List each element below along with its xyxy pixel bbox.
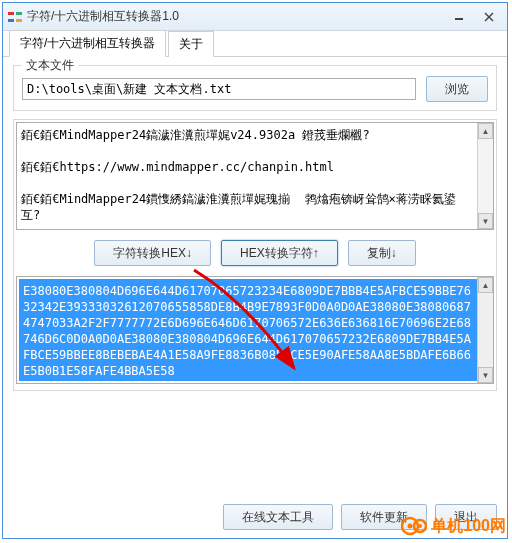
- char-to-hex-button[interactable]: 字符转换HEX↓: [94, 240, 211, 266]
- svg-rect-2: [8, 19, 14, 22]
- char-textarea-content: 銆€銆€MindMapper24鎬濊淮瀵煎墠娓v24.9302a 鐙茙垂爛欟? …: [17, 123, 493, 227]
- close-button[interactable]: [475, 8, 503, 26]
- tab-converter[interactable]: 字符/十六进制相互转换器: [9, 30, 166, 57]
- char-scrollbar[interactable]: ▲ ▼: [477, 123, 493, 229]
- file-legend: 文本文件: [22, 57, 78, 74]
- content-area: 文本文件 浏览 銆€銆€MindMapper24鎬濊淮瀵煎墠娓v24.9302a…: [3, 57, 507, 407]
- scroll-down-icon[interactable]: ▼: [478, 367, 493, 383]
- copy-button[interactable]: 复制↓: [348, 240, 416, 266]
- scroll-down-icon[interactable]: ▼: [478, 213, 493, 229]
- tab-about[interactable]: 关于: [168, 31, 214, 57]
- file-path-input[interactable]: [22, 78, 416, 100]
- hex-scrollbar[interactable]: ▲ ▼: [477, 277, 493, 383]
- svg-rect-1: [16, 12, 22, 15]
- online-tools-button[interactable]: 在线文本工具: [223, 504, 333, 530]
- app-window: 字符/十六进制相互转换器1.0 字符/十六进制相互转换器 关于 文本文件 浏览 …: [2, 2, 508, 539]
- app-icon: [7, 9, 23, 25]
- scroll-track[interactable]: [478, 139, 493, 213]
- titlebar: 字符/十六进制相互转换器1.0: [3, 3, 507, 31]
- watermark-logo-icon: [401, 513, 427, 539]
- char-textarea[interactable]: 銆€銆€MindMapper24鎬濊淮瀵煎墠娓v24.9302a 鐙茙垂爛欟? …: [16, 122, 494, 230]
- tab-bar: 字符/十六进制相互转换器 关于: [3, 31, 507, 57]
- hex-textarea-content: E38080E380804D696E644D61707065723234E680…: [19, 279, 491, 381]
- window-title: 字符/十六进制相互转换器1.0: [27, 8, 443, 25]
- svg-point-10: [418, 524, 422, 528]
- file-groupbox: 文本文件 浏览: [13, 65, 497, 111]
- svg-rect-3: [16, 19, 22, 22]
- watermark-text: 单机100网: [431, 516, 506, 537]
- hex-textarea[interactable]: E38080E380804D696E644D61707065723234E680…: [16, 276, 494, 384]
- watermark: 单机100网: [401, 513, 506, 539]
- browse-button[interactable]: 浏览: [426, 76, 488, 102]
- minimize-button[interactable]: [445, 8, 473, 26]
- hex-to-char-button[interactable]: HEX转换字符↑: [221, 240, 338, 266]
- scroll-up-icon[interactable]: ▲: [478, 123, 493, 139]
- svg-rect-0: [8, 12, 14, 15]
- panels-groupbox: 銆€銆€MindMapper24鎬濊淮瀵煎墠娓v24.9302a 鐙茙垂爛欟? …: [13, 119, 497, 391]
- convert-button-row: 字符转换HEX↓ HEX转换字符↑ 复制↓: [16, 240, 494, 266]
- svg-point-8: [408, 524, 413, 529]
- scroll-up-icon[interactable]: ▲: [478, 277, 493, 293]
